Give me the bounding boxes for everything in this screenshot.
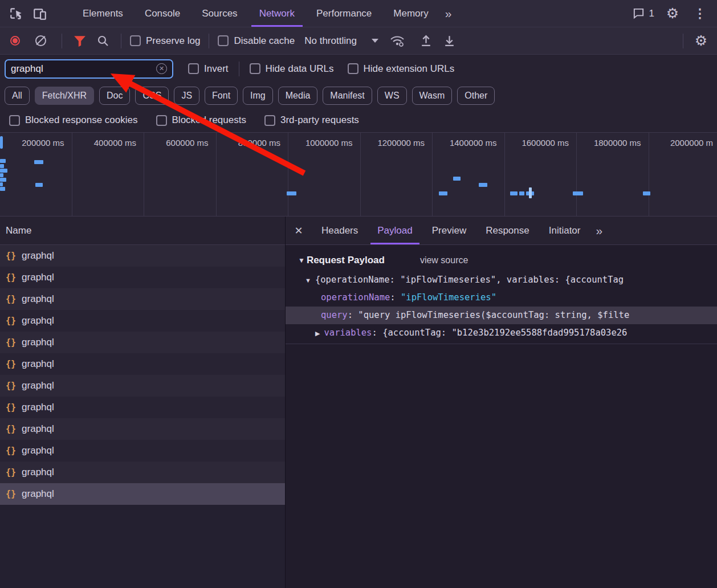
name-column-header[interactable]: Name — [0, 217, 285, 245]
request-row[interactable]: {}graphql — [0, 418, 285, 440]
tab-sources[interactable]: Sources — [191, 0, 248, 27]
invert-checkbox[interactable] — [188, 63, 199, 74]
toolbar-divider — [683, 34, 683, 48]
payload-line[interactable]: query: "query ipFlowTimeseries($accountT… — [286, 307, 717, 324]
request-row[interactable]: {}graphql — [0, 353, 285, 375]
clear-filter-icon[interactable]: ✕ — [156, 63, 167, 74]
detail-tab-response[interactable]: Response — [476, 217, 539, 244]
third-party-checkbox[interactable] — [264, 115, 275, 126]
filter-chip-img[interactable]: Img — [243, 87, 273, 105]
request-row[interactable]: {}graphql — [0, 375, 285, 397]
hide-data-urls-checkbox[interactable] — [250, 63, 260, 74]
import-har-icon[interactable] — [441, 32, 459, 50]
hide-extension-urls-checkbox[interactable] — [348, 63, 358, 74]
disable-cache-checkbox-group: Disable cache — [218, 35, 295, 47]
filter-funnel-icon[interactable] — [71, 32, 89, 50]
request-row[interactable]: {}graphql — [0, 440, 285, 462]
caret-down-icon[interactable]: ▼ — [298, 256, 305, 264]
network-split-view: Name {}graphql{}graphql{}graphql{}graphq… — [0, 217, 717, 588]
filter-chip-doc[interactable]: Doc — [99, 87, 130, 105]
request-timeline-bar[interactable] — [0, 182, 3, 186]
filter-chip-fetch-xhr[interactable]: Fetch/XHR — [35, 87, 94, 105]
caret-down-icon[interactable]: ▼ — [305, 272, 311, 289]
devtools-window: ElementsConsoleSourcesNetworkPerformance… — [0, 0, 717, 588]
request-row[interactable]: {}graphql — [0, 462, 285, 483]
settings-gear-icon[interactable]: ⚙ — [663, 5, 682, 23]
more-tabs-icon[interactable]: » — [439, 0, 458, 27]
tab-memory[interactable]: Memory — [382, 0, 439, 27]
request-row[interactable]: {}graphql — [0, 245, 285, 267]
blocked-requests-checkbox[interactable] — [156, 115, 167, 126]
request-timeline-bar[interactable] — [0, 178, 6, 182]
request-name: graphql — [22, 467, 54, 478]
filter-chip-js[interactable]: JS — [174, 87, 199, 105]
detail-tab-initiator[interactable]: Initiator — [539, 217, 590, 244]
request-timeline-bar[interactable] — [34, 160, 43, 164]
request-name: graphql — [22, 315, 54, 326]
detail-more-tabs-icon[interactable]: » — [590, 217, 608, 244]
network-overview-waterfall[interactable]: 200000 ms400000 ms600000 ms800000 ms1000… — [0, 132, 717, 217]
blocked-cookies-checkbox[interactable] — [9, 115, 20, 126]
caret-right-icon[interactable]: ▶ — [315, 325, 320, 342]
close-details-icon[interactable]: ✕ — [286, 217, 312, 244]
request-row[interactable]: {}graphql — [0, 397, 285, 418]
filter-chip-all[interactable]: All — [5, 87, 30, 105]
console-messages-button[interactable]: 1 — [632, 7, 654, 20]
filter-input[interactable] — [11, 63, 156, 75]
tab-performance[interactable]: Performance — [305, 0, 382, 27]
filter-chip-font[interactable]: Font — [205, 87, 238, 105]
filter-chip-ws[interactable]: WS — [377, 87, 407, 105]
filter-chip-media[interactable]: Media — [278, 87, 318, 105]
export-har-icon[interactable] — [417, 32, 435, 50]
filter-chip-manifest[interactable]: Manifest — [323, 87, 372, 105]
network-settings-gear-icon[interactable]: ⚙ — [692, 32, 710, 50]
request-timeline-bar[interactable] — [643, 191, 650, 195]
kebab-menu-icon[interactable]: ⋮ — [691, 5, 709, 23]
clear-network-log-button[interactable] — [35, 35, 46, 46]
request-timeline-bar[interactable] — [35, 183, 43, 187]
filter-chip-wasm[interactable]: Wasm — [412, 87, 453, 105]
detail-tabs: HeadersPayloadPreviewResponseInitiator — [312, 217, 590, 244]
request-row[interactable]: {}graphql — [0, 267, 285, 288]
detail-tab-payload[interactable]: Payload — [368, 217, 422, 244]
detail-tab-headers[interactable]: Headers — [312, 217, 368, 244]
request-timeline-bar[interactable] — [287, 191, 296, 195]
request-timeline-bar[interactable] — [0, 169, 7, 173]
throttling-dropdown[interactable]: No throttling — [304, 35, 378, 47]
request-timeline-bar[interactable] — [0, 173, 3, 177]
request-timeline-bar[interactable] — [0, 187, 5, 191]
request-timeline-bar[interactable] — [453, 177, 461, 181]
request-row[interactable]: {}graphql — [0, 332, 285, 353]
detail-tab-preview[interactable]: Preview — [422, 217, 476, 244]
disable-cache-checkbox[interactable] — [218, 35, 229, 46]
filter-chip-other[interactable]: Other — [457, 87, 495, 105]
preserve-log-checkbox[interactable] — [130, 35, 141, 46]
request-row[interactable]: {}graphql — [0, 483, 285, 505]
network-conditions-icon[interactable] — [388, 32, 406, 50]
filter-row: ✕ Invert Hide data URLs Hide extension U… — [0, 55, 717, 83]
tab-network[interactable]: Network — [248, 0, 305, 27]
payload-line[interactable]: operationName: "ipFlowTimeseries" — [286, 289, 717, 307]
timeline-left-marker — [0, 136, 3, 149]
network-filter-field[interactable]: ✕ — [5, 59, 173, 79]
request-row[interactable]: {}graphql — [0, 288, 285, 310]
hide-data-urls-label: Hide data URLs — [266, 63, 334, 75]
search-icon[interactable] — [94, 32, 112, 50]
inspect-element-icon[interactable] — [7, 5, 25, 23]
request-timeline-bar[interactable] — [0, 164, 4, 168]
view-source-link[interactable]: view source — [420, 255, 468, 266]
device-toolbar-icon[interactable] — [31, 5, 49, 23]
request-timeline-bar[interactable] — [439, 191, 447, 195]
request-timeline-bar[interactable] — [519, 191, 524, 195]
payload-line[interactable]: ▶variables: {accountTag: "b12e3b2192ee55… — [286, 324, 717, 342]
request-timeline-bar[interactable] — [573, 191, 583, 195]
record-network-log-button[interactable] — [10, 36, 20, 46]
tab-elements[interactable]: Elements — [72, 0, 134, 27]
request-timeline-bar[interactable] — [510, 191, 518, 195]
payload-line[interactable]: ▼{operationName: "ipFlowTimeseries", var… — [286, 271, 717, 289]
request-row[interactable]: {}graphql — [0, 310, 285, 332]
request-timeline-bar[interactable] — [0, 159, 6, 163]
tab-console[interactable]: Console — [134, 0, 191, 27]
filter-chip-css[interactable]: CSS — [135, 87, 169, 105]
request-timeline-bar[interactable] — [479, 183, 487, 187]
